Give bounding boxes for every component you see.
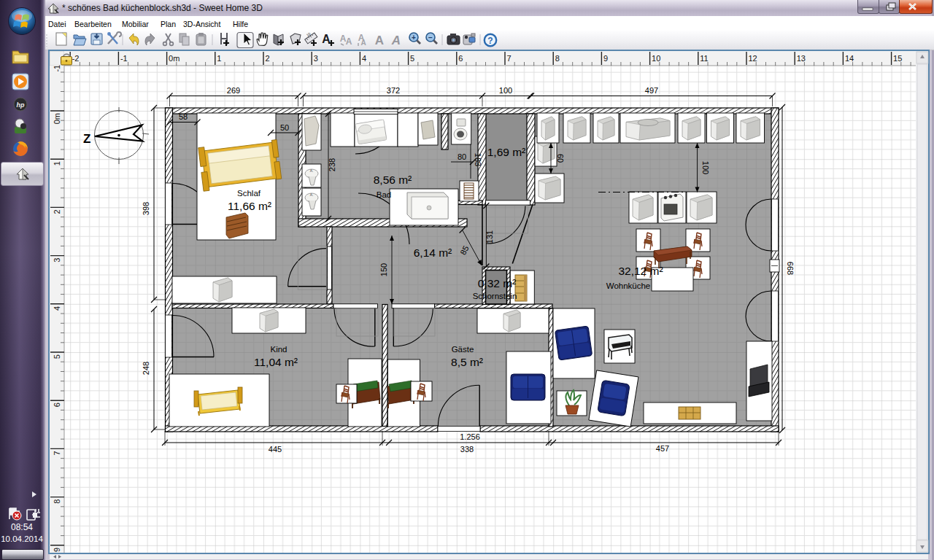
svg-text:11,66 m²: 11,66 m² [228, 200, 271, 212]
svg-text:5: 5 [410, 54, 414, 63]
svg-text:3: 3 [314, 54, 318, 63]
svg-text:−: − [428, 34, 433, 42]
svg-text:457: 457 [656, 444, 669, 453]
svg-text:0m: 0m [53, 113, 61, 124]
svg-text:7: 7 [507, 54, 512, 63]
svg-text:Bad: Bad [377, 190, 391, 199]
svg-text:398: 398 [142, 202, 150, 215]
svg-text:8,56 m²: 8,56 m² [374, 174, 412, 186]
svg-text:Gäste: Gäste [452, 345, 474, 354]
svg-text:A.: A. [310, 168, 314, 173]
svg-text:50: 50 [280, 123, 289, 132]
svg-text:32,12 m²: 32,12 m² [618, 265, 663, 277]
svg-text:5: 5 [53, 354, 61, 359]
svg-text:150: 150 [379, 263, 388, 276]
svg-text:A: A [375, 34, 384, 47]
svg-text:Kind: Kind [270, 345, 287, 354]
svg-text:372: 372 [387, 86, 400, 95]
svg-text:0m: 0m [169, 54, 180, 63]
svg-text:-1: -1 [53, 65, 61, 72]
svg-text:-2: -2 [72, 54, 80, 63]
svg-text:14: 14 [845, 54, 854, 63]
svg-text:497: 497 [645, 86, 658, 95]
svg-text:4: 4 [53, 306, 61, 311]
svg-text:183: 183 [474, 153, 482, 166]
svg-text:9: 9 [53, 548, 61, 552]
svg-text:15: 15 [893, 54, 902, 63]
svg-text:11,04 m²: 11,04 m² [254, 356, 298, 368]
svg-text:9: 9 [603, 54, 608, 63]
svg-text:A: A [391, 34, 401, 47]
svg-text:8: 8 [53, 499, 61, 504]
svg-text:-1: -1 [120, 54, 128, 63]
svg-text:1: 1 [217, 54, 221, 63]
svg-text:60: 60 [556, 154, 565, 163]
svg-text:+: + [412, 34, 416, 42]
svg-text:7: 7 [53, 451, 61, 455]
svg-text:2: 2 [266, 54, 270, 63]
svg-text:12: 12 [749, 54, 757, 63]
svg-text:1.256: 1.256 [460, 432, 480, 441]
svg-text:1,69 m²: 1,69 m² [487, 146, 526, 158]
svg-text:269: 269 [227, 86, 240, 95]
svg-text:58: 58 [179, 112, 188, 121]
svg-text:13: 13 [797, 54, 806, 63]
svg-text:A: A [346, 36, 352, 47]
svg-text:2: 2 [53, 209, 61, 214]
svg-text:668: 668 [786, 262, 795, 275]
svg-text:445: 445 [269, 445, 282, 454]
svg-text:6: 6 [458, 54, 463, 63]
svg-text:Z: Z [83, 132, 90, 146]
svg-text:3: 3 [53, 258, 61, 262]
svg-text:8,5 m²: 8,5 m² [451, 356, 483, 368]
svg-text:131: 131 [485, 230, 494, 244]
svg-text:338: 338 [460, 445, 474, 454]
svg-text:248: 248 [142, 362, 150, 375]
svg-text:Wohnküche: Wohnküche [606, 281, 651, 290]
svg-text:Schlaf: Schlaf [237, 189, 261, 198]
svg-text:6: 6 [53, 402, 61, 407]
svg-text:100: 100 [499, 86, 512, 95]
svg-text:1: 1 [53, 161, 61, 166]
svg-text:0,32 m²: 0,32 m² [478, 277, 517, 289]
svg-text:10: 10 [652, 54, 660, 63]
svg-text:100: 100 [701, 161, 710, 174]
svg-text:4: 4 [362, 54, 366, 63]
svg-text:8: 8 [555, 54, 560, 63]
svg-text:A: A [360, 39, 366, 47]
svg-text:?: ? [487, 36, 493, 46]
svg-text:hp: hp [17, 101, 25, 109]
svg-text:238: 238 [328, 158, 336, 171]
svg-text:80: 80 [458, 152, 466, 161]
svg-text:Schornstein: Schornstein [473, 292, 517, 300]
svg-text:6,14 m²: 6,14 m² [414, 246, 452, 259]
svg-text:11: 11 [700, 54, 708, 63]
svg-text:A.: A. [310, 192, 314, 197]
